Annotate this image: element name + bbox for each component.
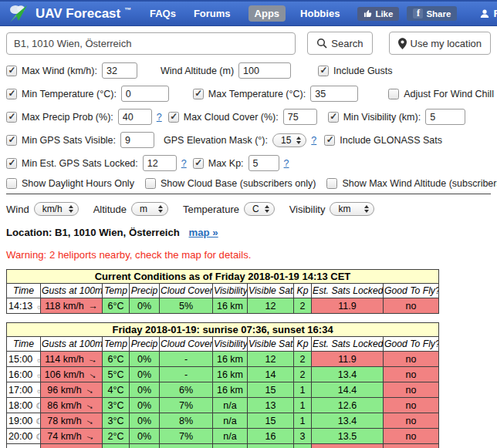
max-cloud-cover-checkbox[interactable]: [168, 112, 179, 123]
column-header: Kp: [294, 337, 312, 352]
max-kp-label: Max Kp:: [208, 158, 244, 169]
time-cell: 16:00☼: [7, 367, 41, 382]
min-visibility-input[interactable]: [425, 109, 465, 125]
min-gps-sats-input[interactable]: [120, 132, 154, 148]
forecast-row: 19:00☾78 km/h →3°C0%8%n/a15113.4no: [7, 413, 439, 429]
show-max-wind-altitude-label: Show Max Wind Altitude (subscribers only…: [342, 178, 497, 189]
max-temperature-checkbox[interactable]: [193, 89, 204, 99]
facebook-icon: f: [413, 8, 423, 19]
location-search-input[interactable]: [6, 32, 296, 55]
night-icon: ☾: [36, 402, 40, 410]
filter-row-temperature: Min Temperature (°C): Max Temperature (°…: [6, 86, 491, 102]
map-link[interactable]: map »: [189, 227, 218, 238]
precip-cell: 0%: [130, 382, 160, 398]
facebook-share-button[interactable]: f Share: [407, 6, 457, 21]
max-wind-input[interactable]: [102, 62, 137, 79]
min-est-sats-locked-help-link[interactable]: ?: [181, 158, 187, 169]
max-kp-input[interactable]: [248, 155, 279, 171]
search-button-label: Search: [331, 38, 363, 49]
kp-cell: 3: [294, 444, 312, 448]
kp-cell: 2: [294, 298, 312, 314]
max-cloud-cover-input[interactable]: [283, 109, 317, 125]
visible-sats-cell: 14: [248, 367, 294, 382]
precip-cell: 0%: [130, 298, 160, 314]
visibility-cell: n/a: [213, 444, 248, 448]
wind-unit-select[interactable]: km/h: [34, 202, 79, 216]
column-header: Precip: [130, 337, 160, 352]
visible-sats-cell: 12: [248, 352, 294, 367]
include-gusts-checkbox[interactable]: [318, 66, 329, 76]
temperature-unit-select[interactable]: C: [244, 202, 275, 216]
max-precip-input[interactable]: [118, 109, 152, 125]
column-header: Est. Sats Locked: [312, 337, 384, 352]
max-kp-help-link[interactable]: ?: [284, 158, 289, 169]
show-cloud-base-label: Show Cloud Base (subscribers only): [161, 178, 316, 189]
max-precip-help-link[interactable]: ?: [157, 112, 162, 123]
facebook-like-button[interactable]: Like: [357, 7, 399, 21]
show-max-wind-altitude-checkbox[interactable]: [326, 178, 337, 189]
min-est-sats-locked-checkbox[interactable]: [6, 158, 17, 169]
kp-cell: 1: [294, 382, 312, 398]
wind-direction-icon: →: [84, 429, 97, 443]
max-precip-checkbox[interactable]: [6, 112, 17, 123]
min-temperature-checkbox[interactable]: [6, 89, 17, 99]
search-button[interactable]: Search: [307, 32, 372, 55]
daylight-icon: ☼: [36, 387, 40, 395]
column-header: Cloud Cover: [160, 284, 213, 298]
max-kp-checkbox[interactable]: [193, 158, 204, 169]
search-icon: [316, 38, 327, 49]
nav-item-faqs[interactable]: FAQs: [150, 8, 176, 19]
show-cloud-base-checkbox[interactable]: [145, 178, 156, 189]
gps-elevation-mask-help-link[interactable]: ?: [311, 135, 316, 146]
share-label: Share: [426, 9, 451, 19]
thumbs-up-icon: [363, 9, 372, 18]
gps-elevation-mask-select[interactable]: 15: [272, 133, 306, 147]
nav-item-forums[interactable]: Forums: [194, 8, 231, 19]
min-temperature-input[interactable]: [121, 86, 169, 102]
min-gps-sats-checkbox[interactable]: [6, 135, 17, 146]
wind-direction-icon: →: [88, 301, 98, 312]
temperature-unit-label: Temperature: [183, 204, 239, 215]
kp-cell: 2: [294, 367, 312, 382]
adjust-wind-chill-checkbox[interactable]: [388, 89, 399, 99]
altitude-unit-label: Altitude: [93, 204, 127, 215]
sats-locked-cell: 11.9: [312, 298, 384, 314]
include-glonass-checkbox[interactable]: [324, 135, 335, 146]
sats-locked-cell: 13.5: [312, 429, 384, 444]
use-my-location-button[interactable]: Use my location: [389, 32, 491, 55]
nav-item-apps[interactable]: Apps: [248, 5, 286, 22]
adjust-wind-chill-label: Adjust For Wind Chill: [404, 89, 494, 99]
visibility-cell: n/a: [213, 398, 248, 413]
cloud-cover-cell: 7%: [160, 429, 213, 444]
visible-sats-cell: 15: [248, 382, 294, 398]
wind-direction-icon: →: [86, 367, 100, 382]
daylight-icon: ☼: [36, 372, 40, 379]
good-to-fly-cell: no: [384, 367, 439, 382]
heliport-warning: Warning: 2 heliports nearby, check the m…: [0, 249, 497, 261]
good-to-fly-cell: no: [384, 429, 439, 444]
altitude-unit-select[interactable]: m: [131, 202, 168, 216]
wind-altitude-input[interactable]: [238, 62, 291, 79]
kp-cell: 1: [294, 398, 312, 413]
units-row: Wind km/h Altitude m Temperature C Visib…: [0, 202, 497, 216]
location-label: Location:: [6, 227, 52, 238]
nav-item-hobbies[interactable]: Hobbies: [300, 8, 340, 19]
temp-cell: 2°C: [103, 444, 130, 448]
min-est-sats-locked-input[interactable]: [143, 155, 177, 171]
max-temperature-label: Max Temperature (°C):: [208, 89, 306, 99]
column-header: Visibility: [213, 337, 248, 352]
forecast-row: 18:00☾86 km/h →3°C0%7%n/a13112.6no: [7, 398, 439, 413]
min-visibility-checkbox[interactable]: [328, 112, 339, 123]
register-link[interactable]: Register: [480, 8, 497, 19]
visible-sats-cell: 13: [248, 398, 294, 413]
max-temperature-input[interactable]: [310, 86, 358, 102]
visibility-unit-select[interactable]: km: [330, 202, 374, 216]
min-est-sats-locked-label: Min Est. GPS Sats Locked:: [22, 158, 138, 169]
wind-gust-cell: 71 km/h →: [41, 444, 103, 448]
time-cell: 15:00☼: [7, 352, 41, 367]
max-wind-checkbox[interactable]: [6, 66, 17, 76]
show-daylight-only-checkbox[interactable]: [6, 178, 17, 189]
night-icon: ☾: [36, 417, 40, 426]
select-arrows-icon: [296, 136, 301, 144]
visible-sats-cell: 12: [248, 298, 294, 314]
